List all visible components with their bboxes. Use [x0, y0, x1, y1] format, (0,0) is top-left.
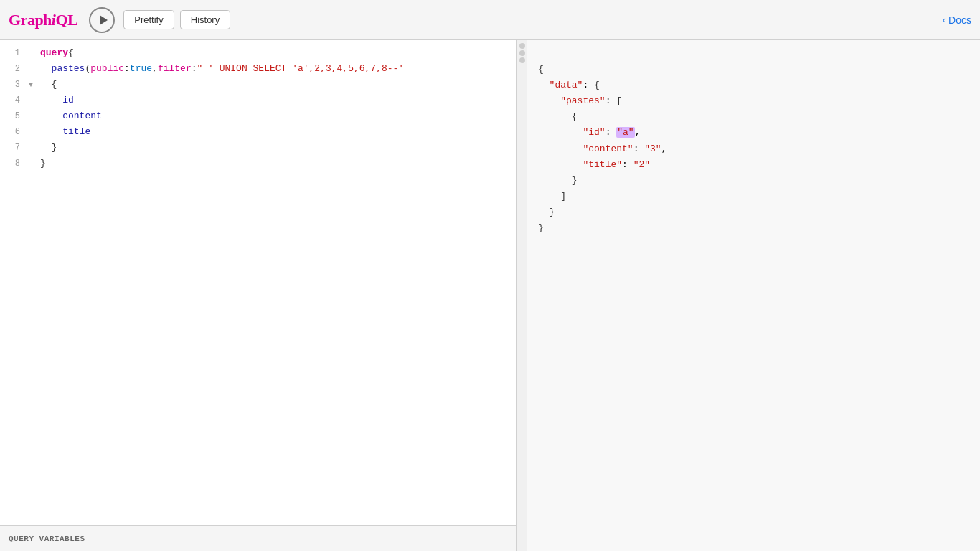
editor-line-2: 2 pastes(public:true,filter:" ' UNION SE…: [0, 62, 516, 77]
history-button[interactable]: History: [180, 10, 230, 29]
run-button[interactable]: [89, 7, 115, 33]
result-content: { "data": { "pastes": [ { "id": "a", "co…: [527, 40, 980, 258]
graphiql-logo: GraphiQL: [9, 11, 77, 29]
scroll-dot: [519, 50, 525, 56]
query-variables-bar[interactable]: QUERY VARIABLES: [0, 525, 516, 551]
query-editor[interactable]: 1 query{ 2 pastes(public:true,filter:" '…: [0, 40, 516, 525]
main-content: 1 query{ 2 pastes(public:true,filter:" '…: [0, 40, 980, 551]
chevron-left-icon: ‹: [943, 15, 946, 25]
header: GraphiQL Prettify History ‹ Docs: [0, 0, 980, 40]
editor-line-5: 5 content: [0, 109, 516, 125]
editor-panel: 1 query{ 2 pastes(public:true,filter:" '…: [0, 40, 517, 551]
editor-lines: 1 query{ 2 pastes(public:true,filter:" '…: [0, 40, 516, 525]
scroll-dot: [519, 57, 525, 63]
editor-line-7: 7 }: [0, 141, 516, 156]
result-panel: { "data": { "pastes": [ { "id": "a", "co…: [527, 40, 980, 551]
query-variables-label: QUERY VARIABLES: [9, 534, 85, 543]
editor-line-8: 8 }: [0, 156, 516, 172]
editor-line-4: 4 id: [0, 93, 516, 109]
editor-line-3: 3 ▼ {: [0, 77, 516, 93]
scroll-dot: [519, 43, 525, 49]
prettify-button[interactable]: Prettify: [123, 10, 174, 29]
panel-divider: [517, 40, 527, 551]
svg-marker-0: [100, 15, 108, 25]
editor-line-6: 6 title: [0, 125, 516, 141]
docs-button[interactable]: ‹ Docs: [943, 14, 971, 26]
editor-line-1: 1 query{: [0, 46, 516, 62]
